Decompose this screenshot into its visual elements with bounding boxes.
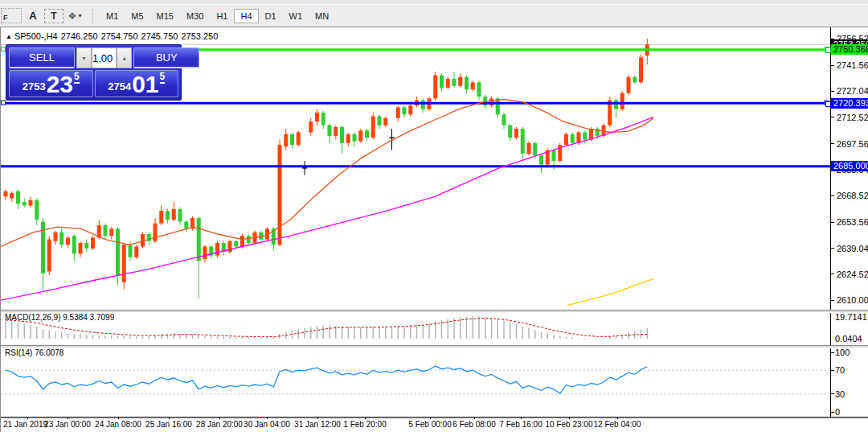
time-axis-label: 7 Feb 16:00 bbox=[499, 420, 542, 429]
time-tick bbox=[474, 417, 475, 419]
volume-decrease-button[interactable]: ▼ bbox=[76, 47, 92, 68]
time-axis-label: 5 Feb 00:00 bbox=[408, 420, 451, 429]
time-axis-label: 12 Feb 04:00 bbox=[594, 420, 641, 429]
timeframe-m5[interactable]: M5 bbox=[125, 9, 149, 23]
text-label-button[interactable]: A bbox=[23, 6, 43, 26]
volume-increase-button[interactable]: ▲ bbox=[117, 47, 132, 68]
price-tick-label: 2712.520 bbox=[837, 113, 868, 122]
buy-price-big: 01 bbox=[132, 74, 158, 95]
time-tick bbox=[617, 417, 618, 419]
time-tick bbox=[169, 417, 170, 419]
price-tick-label: 2653.560 bbox=[837, 217, 868, 227]
time-axis-label: 30 Jan 04:00 bbox=[244, 420, 290, 429]
price-badge: 2720.393 bbox=[831, 98, 868, 109]
timeframe-h1[interactable]: H1 bbox=[210, 9, 234, 23]
time-tick bbox=[68, 417, 68, 419]
macd-axis-max: 19.7141 bbox=[835, 312, 867, 322]
chart-window: ▲SP500-,H42746.2502754.7502745.7502753.2… bbox=[0, 27, 868, 432]
one-click-trading-panel: SELL ▼ 1.00 ▲ BUY 2753 23 5 2754 01 5 bbox=[6, 44, 182, 101]
rsi-axis-label: 70 bbox=[835, 365, 845, 375]
price-tick-label: 2741.560 bbox=[837, 60, 868, 70]
timeframe-mn[interactable]: MN bbox=[309, 9, 335, 23]
time-axis-label: 23 Jan 00:00 bbox=[44, 420, 91, 429]
chevron-down-icon: ▾ bbox=[78, 12, 81, 19]
price-tick-label: 2697.560 bbox=[837, 139, 868, 149]
price-tick bbox=[831, 143, 834, 144]
time-tick bbox=[430, 417, 431, 419]
sell-price-big: 23 bbox=[47, 74, 73, 95]
price-tick-label: 2624.520 bbox=[837, 269, 868, 279]
price-tick bbox=[831, 65, 834, 66]
time-tick bbox=[27, 417, 28, 419]
line-anchor[interactable] bbox=[825, 47, 831, 53]
time-tick bbox=[219, 417, 220, 419]
price-tick-label: 2639.040 bbox=[837, 244, 868, 253]
volume-input[interactable]: 1.00 bbox=[92, 47, 117, 68]
timeframe-bar: M1M5M15M30H1H4D1W1MN bbox=[100, 9, 335, 23]
rsi-tick bbox=[831, 370, 834, 371]
price-tick bbox=[831, 117, 834, 117]
time-axis-label: 6 Feb 08:00 bbox=[452, 420, 495, 429]
sell-price-prefix: 2753 bbox=[23, 80, 46, 93]
chart-shift-button[interactable]: F bbox=[1, 8, 22, 23]
time-axis-label: 10 Feb 23:00 bbox=[546, 420, 593, 429]
time-axis-label: 25 Jan 16:00 bbox=[145, 420, 192, 429]
rsi-tick bbox=[831, 412, 834, 413]
text-tool-button[interactable]: T bbox=[44, 9, 63, 23]
arrows-icon: ❖ bbox=[68, 10, 77, 22]
mt4-terminal: F A T ❖ ▾ M1M5M15M30H1H4D1W1MN ▲SP500-,H… bbox=[0, 0, 868, 432]
time-tick bbox=[521, 417, 522, 419]
sell-price-button[interactable]: 2753 23 5 bbox=[9, 70, 93, 97]
price-tick bbox=[831, 248, 834, 249]
buy-price-button[interactable]: 2754 01 5 bbox=[95, 70, 179, 97]
macd-axis-min: 0.0404 bbox=[835, 334, 862, 344]
timeframe-h4[interactable]: H4 bbox=[234, 9, 258, 23]
time-tick bbox=[267, 417, 268, 419]
arrows-tool-button[interactable]: ❖ ▾ bbox=[65, 6, 84, 26]
buy-price-prefix: 2754 bbox=[108, 80, 131, 93]
buy-price-pip: 5 bbox=[160, 71, 166, 84]
rsi-axis-label: 30 bbox=[835, 389, 845, 399]
rsi-tick bbox=[831, 393, 834, 394]
toolbar-separator bbox=[92, 9, 94, 23]
price-tick bbox=[831, 222, 834, 223]
rsi-axis-label: 0 bbox=[835, 407, 840, 417]
time-tick bbox=[365, 417, 366, 419]
time-axis-label: 24 Jan 08:00 bbox=[95, 420, 141, 429]
price-tick-label: 2727.040 bbox=[837, 86, 868, 96]
time-tick bbox=[317, 417, 318, 419]
price-badge: 2750.368 bbox=[831, 44, 868, 55]
price-tick-label: 2668.520 bbox=[837, 191, 868, 200]
price-tick bbox=[831, 274, 834, 274]
macd-panel-separator[interactable] bbox=[1, 310, 868, 313]
price-tick bbox=[831, 195, 834, 196]
timeframe-m1[interactable]: M1 bbox=[100, 9, 125, 23]
sell-price-pip: 5 bbox=[74, 71, 80, 84]
time-axis-label: 28 Jan 20:00 bbox=[196, 420, 243, 429]
timeframe-m30[interactable]: M30 bbox=[180, 9, 210, 23]
buy-button[interactable]: BUY bbox=[133, 47, 199, 68]
line-anchor[interactable] bbox=[825, 101, 831, 107]
time-tick bbox=[569, 417, 570, 419]
timeframe-w1[interactable]: W1 bbox=[283, 9, 309, 23]
price-tick bbox=[831, 300, 834, 301]
rsi-tick bbox=[831, 352, 834, 353]
price-tick-label: 2610.000 bbox=[837, 295, 868, 305]
charts-toolbar: F A T ❖ ▾ M1M5M15M30H1H4D1W1MN bbox=[0, 5, 868, 27]
rsi-panel-separator[interactable] bbox=[1, 345, 868, 348]
timeframe-d1[interactable]: D1 bbox=[259, 9, 283, 23]
rsi-axis-label: 100 bbox=[835, 348, 850, 357]
time-axis-label: 1 Feb 20:00 bbox=[343, 420, 386, 429]
macd-label: MACD(12,26,9) 9.5384 3.7099 bbox=[5, 313, 114, 322]
time-axis-label: 21 Jan 2019 bbox=[3, 420, 47, 429]
rsi-label: RSI(14) 76.0078 bbox=[5, 348, 63, 357]
price-tick bbox=[831, 91, 834, 92]
sell-button[interactable]: SELL bbox=[9, 47, 75, 68]
price-badge: 2685.000 bbox=[831, 161, 868, 171]
timeframe-m15[interactable]: M15 bbox=[150, 9, 180, 23]
time-axis-label: 31 Jan 12:00 bbox=[294, 420, 341, 429]
time-tick bbox=[118, 417, 119, 419]
